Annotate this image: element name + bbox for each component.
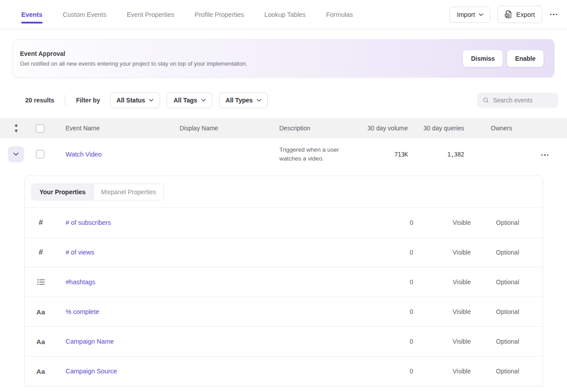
select-all-checkbox[interactable]: [36, 124, 44, 133]
property-link[interactable]: Campaign Name: [66, 338, 114, 345]
banner-actions: Dismiss Enable: [463, 50, 544, 67]
tab-event-properties[interactable]: Event Properties: [127, 1, 174, 28]
tags-filter-label: All Tags: [173, 97, 197, 104]
column-header-display-name: Display Name: [162, 125, 262, 132]
chevron-down-icon: [201, 99, 206, 102]
property-link[interactable]: % complete: [66, 308, 99, 315]
import-button[interactable]: Import: [450, 7, 490, 23]
tab-mixpanel-properties[interactable]: Mixpanel Properties: [94, 184, 164, 200]
banner-text: Event Approval Get notified on all new e…: [20, 50, 247, 67]
property-requirement: Optional: [471, 368, 519, 375]
chevron-down-icon: [479, 13, 483, 16]
event-approval-banner: Event Approval Get notified on all new e…: [12, 39, 555, 78]
dismiss-button[interactable]: Dismiss: [463, 50, 503, 67]
number-type-icon: #: [39, 248, 43, 257]
more-options-icon[interactable]: [549, 11, 559, 18]
tab-lookup-tables[interactable]: Lookup Tables: [264, 1, 305, 28]
property-count: 0: [364, 219, 413, 226]
nav-actions: Import Export: [450, 6, 558, 23]
column-header-event-name: Event Name: [48, 125, 162, 132]
property-row: # # of views 0 Visible Optional: [25, 237, 543, 267]
top-navigation: Events Custom Events Event Properties Pr…: [0, 0, 567, 29]
column-header-description: Description: [262, 125, 344, 132]
tab-formulas[interactable]: Formulas: [326, 1, 353, 28]
property-row: #hashtags 0 Visible Optional: [25, 267, 543, 297]
text-type-icon: Aa: [36, 308, 45, 316]
column-header-queries: 30 day queries: [408, 125, 464, 132]
divider: [65, 95, 65, 106]
types-filter-label: All Types: [226, 97, 253, 104]
text-type-icon: Aa: [36, 338, 45, 345]
event-row: Watch Video Triggered when a user watche…: [0, 138, 567, 170]
property-link[interactable]: Campaign Source: [66, 368, 117, 375]
property-requirement: Optional: [471, 278, 519, 286]
enable-button[interactable]: Enable: [507, 50, 544, 67]
export-button[interactable]: Export: [497, 6, 542, 23]
row-more-options-icon[interactable]: [540, 152, 550, 159]
property-visibility: Visible: [413, 308, 471, 315]
lexicon-tabs: Events Custom Events Event Properties Pr…: [21, 1, 353, 28]
text-type-icon: Aa: [36, 368, 45, 375]
banner-title: Event Approval: [20, 50, 247, 57]
filter-bar: 20 results Filter by All Status All Tags…: [25, 92, 558, 108]
chevron-down-icon: [149, 99, 153, 102]
csv-file-icon: [504, 10, 513, 19]
volume-value: 713K: [344, 151, 408, 158]
status-filter-dropdown[interactable]: All Status: [110, 92, 160, 108]
property-row: Aa Campaign Name 0 Visible Optional: [25, 326, 543, 356]
export-button-label: Export: [516, 11, 535, 18]
property-visibility: Visible: [413, 368, 471, 375]
property-row: Aa Campaign Source 0 Visible Optional: [25, 356, 543, 386]
number-type-icon: #: [39, 218, 43, 227]
search-icon: [483, 97, 489, 104]
chevron-down-icon: [257, 99, 261, 102]
property-count: 0: [364, 249, 413, 256]
tab-your-properties[interactable]: Your Properties: [32, 184, 94, 200]
property-row: # # of subscribers 0 Visible Optional: [25, 208, 543, 237]
property-requirement: Optional: [471, 308, 519, 315]
event-description: Triggered when a user watches a video.: [279, 145, 344, 163]
property-requirement: Optional: [471, 219, 519, 226]
property-visibility: Visible: [413, 338, 471, 345]
property-visibility: Visible: [413, 219, 471, 226]
property-visibility: Visible: [413, 278, 471, 286]
search-input[interactable]: [493, 97, 553, 104]
row-checkbox[interactable]: [36, 150, 44, 158]
event-name-link[interactable]: Watch Video: [66, 151, 102, 158]
property-link[interactable]: #hashtags: [66, 278, 95, 286]
tab-profile-properties[interactable]: Profile Properties: [195, 1, 244, 28]
column-header-volume: 30 day volume: [344, 125, 408, 132]
chevron-down-icon: [13, 153, 19, 156]
import-button-label: Import: [457, 11, 475, 18]
results-count: 20 results: [25, 97, 54, 104]
property-visibility: Visible: [413, 249, 471, 256]
tab-events[interactable]: Events: [21, 1, 43, 28]
collapse-row-button[interactable]: [8, 146, 24, 162]
property-count: 0: [364, 278, 413, 286]
property-link[interactable]: # of subscribers: [66, 219, 111, 226]
tab-custom-events[interactable]: Custom Events: [63, 1, 106, 28]
queries-value: 1,382: [408, 151, 464, 158]
column-header-owners: Owners: [464, 125, 513, 132]
property-count: 0: [364, 308, 413, 315]
property-requirement: Optional: [471, 338, 519, 345]
property-requirement: Optional: [471, 249, 519, 256]
property-count: 0: [364, 368, 413, 375]
tags-filter-dropdown[interactable]: All Tags: [167, 92, 212, 108]
banner-description: Get notified on all new events entering …: [20, 60, 247, 67]
properties-tab-group: Your Properties Mixpanel Properties: [25, 176, 543, 208]
property-link[interactable]: # of views: [66, 249, 94, 256]
filter-by-label: Filter by: [76, 97, 100, 104]
list-type-icon: [37, 279, 45, 285]
search-box[interactable]: [477, 93, 558, 108]
property-row: Aa % complete 0 Visible Optional: [25, 297, 543, 326]
collapse-all-icon[interactable]: [13, 124, 19, 133]
event-properties-panel: Your Properties Mixpanel Properties # # …: [24, 176, 543, 386]
table-header: Event Name Display Name Description 30 d…: [0, 118, 567, 138]
property-count: 0: [364, 338, 413, 345]
status-filter-label: All Status: [117, 97, 145, 104]
types-filter-dropdown[interactable]: All Types: [219, 92, 268, 108]
